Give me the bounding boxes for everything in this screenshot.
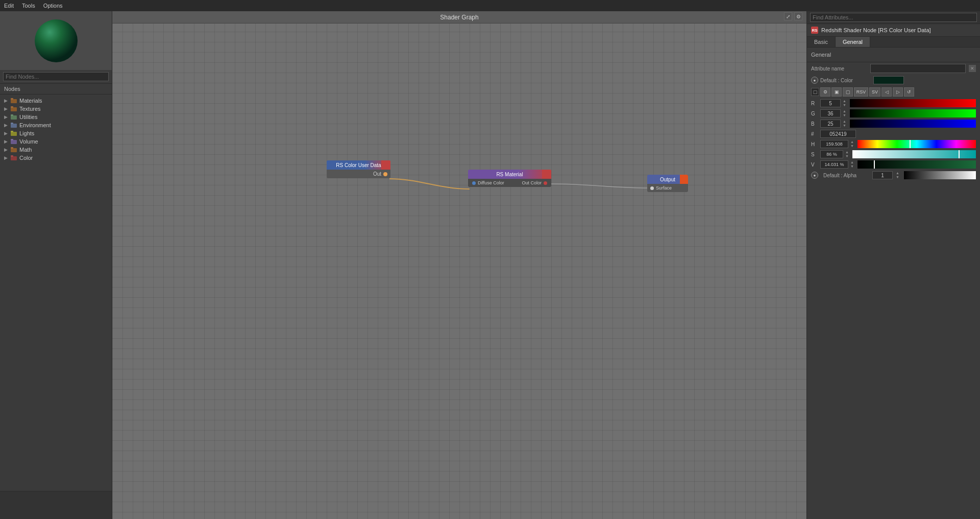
color-tool-reset[interactable]: ↺ [904,87,914,97]
r-value-box[interactable]: 5 [820,99,841,107]
sidebar-item-utilities[interactable]: ▶ Utilities [0,113,112,121]
b-slider[interactable] [850,120,976,128]
canvas-area[interactable]: Shader Graph ⤢ ⚙ RS Color User Data Out [112,11,806,519]
canvas-settings-btn[interactable]: ⚙ [794,12,802,20]
node-tree: ▶ Materials ▶ Textures ▶ [0,95,112,491]
node-color-user-data-header: RS Color User Data [327,160,390,170]
right-panel: RS Redshift Shader Node [RS Color User D… [806,11,980,519]
v-value-box[interactable]: 14.031 % [820,160,848,169]
svg-rect-15 [11,156,17,160]
attr-name-input[interactable] [870,64,966,73]
default-color-circle-btn[interactable]: ● [811,77,818,84]
color-tool-2[interactable]: ▢ [843,87,853,97]
hex-row: # 052419 [807,129,980,139]
out-port[interactable] [383,172,387,176]
svg-rect-3 [11,107,17,111]
svg-rect-8 [11,123,13,124]
svg-rect-10 [11,131,13,132]
node-output[interactable]: Output Surface [647,175,688,192]
sidebar-item-math[interactable]: ▶ Math [0,146,112,154]
find-nodes-input[interactable] [3,72,109,81]
sidebar-item-lights[interactable]: ▶ Lights [0,129,112,137]
find-attributes-input[interactable] [810,13,977,22]
color-tool-1[interactable]: ▣ [831,87,842,97]
rs-node-icon: RS [811,27,818,34]
r-channel-row: R 5 ▲▼ [807,98,980,108]
r-arrows[interactable]: ▲▼ [843,99,848,107]
attr-name-row: Attribute name ✕ [807,62,980,75]
nodes-header: Nodes [0,84,112,95]
color-swatch[interactable] [873,76,904,84]
node-info-row: RS Redshift Shader Node [RS Color User D… [807,24,980,37]
b-channel-row: B 25 ▲▼ [807,119,980,129]
right-tabs: Basic General [807,37,980,48]
g-value-box[interactable]: 36 [820,109,841,117]
s-value-box[interactable]: 86 % [820,150,843,158]
left-panel-bottom [0,491,112,519]
color-tool-rsv[interactable]: RSV [854,87,868,97]
canvas-fit-btn[interactable]: ⤢ [784,12,792,20]
default-color-row: ● Default : Color [807,75,980,86]
svg-rect-6 [11,114,13,116]
g-channel-row: G 36 ▲▼ [807,108,980,119]
folder-icon [11,123,17,128]
v-arrows[interactable]: ▲▼ [850,160,855,169]
general-section: General [807,48,980,62]
out-color-port[interactable]: Out Color [522,180,547,185]
sidebar-item-color[interactable]: ▶ Color [0,154,112,162]
sidebar-item-volume[interactable]: ▶ Volume [0,137,112,146]
attr-name-clear-btn[interactable]: ✕ [969,65,976,72]
color-tool-left[interactable]: ◁ [881,87,892,97]
diffuse-port[interactable]: Diffuse Color [472,180,504,185]
sidebar-item-materials[interactable]: ▶ Materials [0,97,112,105]
g-arrows[interactable]: ▲▼ [843,109,848,117]
h-slider[interactable] [857,140,976,148]
hex-value-box[interactable]: 052419 [820,130,856,138]
sidebar-item-textures[interactable]: ▶ Textures [0,105,112,113]
alpha-arrows[interactable]: ▲▼ [896,171,901,179]
b-arrows[interactable]: ▲▼ [843,120,848,128]
menu-options[interactable]: Options [43,3,63,9]
node-rs-material-header: RS Material [468,170,551,179]
node-header-corner [542,170,551,179]
s-slider[interactable] [852,150,976,158]
output-port: Surface [647,184,688,192]
g-slider[interactable] [850,109,976,117]
right-search [807,11,980,24]
color-tool-sv[interactable]: SV [869,87,880,97]
alpha-slider[interactable] [904,171,976,179]
menu-bar: Edit Tools Options [0,0,980,11]
folder-icon [11,106,17,111]
h-arrows[interactable]: ▲▼ [850,140,855,148]
svg-rect-2 [11,98,13,100]
default-alpha-row: ● Default : Alpha 1 ▲▼ [807,170,980,181]
svg-rect-13 [11,148,17,152]
color-tool-sq[interactable]: □ [811,88,819,96]
menu-edit[interactable]: Edit [4,3,14,9]
svg-rect-5 [11,115,17,120]
s-arrows[interactable]: ▲▼ [845,150,850,158]
node-body: Out [327,170,390,178]
r-slider[interactable] [850,99,976,107]
color-tool-right[interactable]: ▷ [893,87,903,97]
node-rs-material[interactable]: RS Material Diffuse Color Out Color [468,170,551,187]
color-tool-gear[interactable]: ⚙ [820,87,830,97]
folder-icon [11,139,17,144]
sidebar-item-environment[interactable]: ▶ Environment [0,121,112,129]
svg-point-0 [35,19,78,62]
v-slider[interactable] [857,160,976,169]
default-alpha-circle-btn[interactable]: ● [811,172,818,179]
arrow-icon: ▶ [4,114,8,120]
tab-general[interactable]: General [836,37,870,47]
tab-basic[interactable]: Basic [807,37,836,47]
s-channel-row: S 86 % ▲▼ [807,149,980,159]
alpha-value-box[interactable]: 1 [872,171,893,179]
b-value-box[interactable]: 25 [820,120,841,128]
h-value-box[interactable]: 159.508 [820,140,848,148]
folder-icon [11,147,17,152]
folder-icon [11,155,17,160]
node-color-user-data[interactable]: RS Color User Data Out [327,160,390,178]
v-channel-row: V 14.031 % ▲▼ [807,159,980,170]
menu-tools[interactable]: Tools [22,3,35,9]
svg-rect-7 [11,124,17,128]
